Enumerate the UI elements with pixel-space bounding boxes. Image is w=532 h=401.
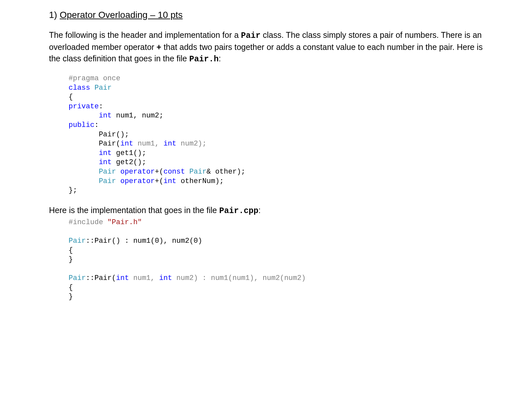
code2-ctor-def: ::Pair() : num1(0), num2(0) [86,237,202,245]
code1-private: private [69,102,99,111]
code2-brace6: { [69,284,73,292]
code1-sp11 [116,168,120,176]
code2-num2-5: num2) : num1(num1), num2(num2) [172,274,306,282]
code1-num2-8: num2); [176,140,206,148]
code1-pair12: Pair [99,177,116,185]
code1-pair-type: Pair [94,84,112,92]
code2-brace4: } [69,255,73,264]
impl-paragraph: Here is the implementation that goes in … [49,205,483,217]
code1-sp11g [185,168,189,176]
code1-get2: get2(); [112,158,146,166]
code1-indent12 [69,177,99,185]
code1-public: public [69,121,94,129]
code1-pair11h: Pair [189,168,207,176]
code1-int8d: int [163,140,176,148]
intro-paragraph: The following is the header and implemen… [49,29,483,65]
para2-text1: Here is the implementation that goes in … [49,206,219,215]
code1-ctor: Pair(); [69,131,129,139]
para2-paircpp: Pair.cpp [219,206,258,216]
code1-operator11: operator [120,168,155,176]
code1-int10: int [99,158,112,166]
code1-indent10 [69,158,99,166]
code1-pair11: Pair [99,168,116,176]
code1-num1-8: num1, [133,140,163,148]
code1-int12: int [163,177,176,185]
code2-int5c: int [116,274,129,282]
code1-plus12: +( [155,177,163,185]
code2-brace3: { [69,246,73,254]
code2-pairh-str: "Pair.h" [107,218,142,226]
question-heading: 1) Operator Overloading – 10 pts [49,10,483,20]
heading-number: 1) [49,10,57,20]
code1-int5: int [99,112,112,120]
code2-pair5: Pair [69,274,86,282]
code1-public-colon: : [94,121,99,129]
code1-other11: & other); [207,168,246,176]
code1-private-colon: : [99,102,103,111]
code-impl: #include "Pair.h" Pair::Pair() : num1(0)… [69,218,483,302]
para1-text4: : [218,54,221,63]
para2-text2: : [258,206,261,215]
code1-ctor2a: Pair( [69,140,120,148]
heading-text: Operator Overloading – 10 pts [60,10,183,20]
code1-int8b: int [120,140,133,148]
code-header: #pragma once class Pair { private: int n… [69,74,483,195]
code2-num1-5: num1, [129,274,159,282]
code1-othernum12: otherNum); [176,177,224,185]
code1-get1: get1(); [112,149,146,157]
para1-pair: Pair [241,31,261,40]
code2-ctor2-def: ::Pair( [86,274,116,282]
code1-sp12 [116,177,120,185]
code1-plus11: +( [155,168,163,176]
code1-indent5 [69,112,99,120]
para1-text1: The following is the header and implemen… [49,30,241,39]
code2-int5e: int [159,274,172,282]
para1-plus: + [156,42,161,52]
code1-brace-open: { [69,93,73,101]
code2-brace7: } [69,293,73,301]
code1-indent9 [69,149,99,157]
code1-class: class [69,84,94,92]
code1-once: once [99,74,120,83]
code2-pair2: Pair [69,237,86,245]
code2-sp1 [103,218,107,226]
code1-indent11 [69,168,99,176]
code1-nums: num1, num2; [112,112,163,120]
code1-operator12: operator [120,177,155,185]
code1-int9: int [99,149,112,157]
code2-include: #include [69,218,103,226]
para1-pairh: Pair.h [189,54,218,64]
code1-const11: const [163,168,185,176]
code1-close: }; [69,186,77,194]
code1-pragma: #pragma [69,74,99,83]
